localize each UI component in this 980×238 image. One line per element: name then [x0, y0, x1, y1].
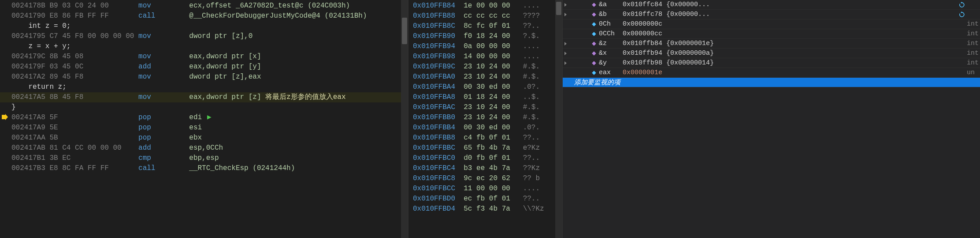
disasm-line[interactable]: 0024179C 8B 45 08 mov eax,dword ptr [x]	[0, 52, 408, 62]
memory-row[interactable]: 0x010FFB8C 8c fc 0f 01 ??..	[408, 21, 562, 31]
watch-row[interactable]: &z0x010ffb84 {0x0000001e}int	[563, 39, 980, 49]
scrollbar-thumb[interactable]	[402, 18, 407, 44]
opcode-bytes: 5E	[49, 124, 138, 132]
watch-row[interactable]: &b0x010ffc78 {0x00000...	[563, 10, 980, 19]
svg-marker-0	[2, 114, 8, 120]
memory-address: 0x010FFBA4	[413, 83, 455, 91]
memory-row[interactable]: 0x010FFB98 14 00 00 00 ....	[408, 52, 562, 62]
memory-row[interactable]: 0x010FFB90 f0 18 24 00 ?.$.	[408, 31, 562, 42]
memory-address: 0x010FFB94	[413, 42, 455, 50]
watch-add-row[interactable]: 添加要监视的项	[563, 78, 980, 87]
watch-value: 0x010ffb84 {0x0000001e}	[623, 40, 967, 47]
operands: eax,dword ptr [x]	[189, 53, 261, 60]
refresh-icon[interactable]	[959, 11, 965, 18]
memory-row[interactable]: 0x010FFBB0 23 10 24 00 #.$.	[408, 113, 562, 123]
address: 002417A2	[11, 73, 49, 81]
watch-row[interactable]: &a0x010ffc84 {0x00000...	[563, 0, 980, 10]
memory-row[interactable]: 0x010FFBBC 65 fb 4b 7a e?Kz	[408, 143, 562, 153]
source-line: }	[11, 103, 16, 111]
memory-row[interactable]: 0x010FFBA4 00 30 ed 00 .0?.	[408, 82, 562, 92]
disasm-scrollbar[interactable]	[401, 0, 408, 238]
disasm-line[interactable]: 002417A2 89 45 F8 mov dword ptr [z],eax	[0, 72, 408, 82]
variable-icon	[591, 50, 597, 57]
watch-row[interactable]: eax0x0000001eun	[563, 68, 980, 78]
mnemonic: pop	[138, 124, 189, 132]
disasm-line[interactable]: return z;	[0, 82, 408, 92]
disasm-line[interactable]: 002417A9 5E pop esi	[0, 123, 408, 133]
memory-row[interactable]: 0x010FFB9C 23 10 24 00 #.$.	[408, 62, 562, 72]
memory-ascii: ????	[514, 12, 540, 20]
source-line: return z;	[11, 83, 67, 91]
expand-toggle[interactable]	[564, 52, 567, 55]
refresh-icon[interactable]	[959, 2, 965, 8]
address: 002417AA	[11, 134, 49, 142]
memory-row[interactable]: 0x010FFB84 1e 00 00 00 ....	[408, 1, 562, 11]
memory-ascii: ..$.	[514, 93, 540, 101]
opcode-bytes: 8B 45 08	[49, 53, 138, 60]
memory-address: 0x010FFB98	[413, 53, 455, 60]
disasm-line[interactable]: 002417B3 E8 8C FA FF FF call __RTC_Check…	[0, 163, 408, 174]
memory-row[interactable]: 0x010FFBC4 b3 ee 4b 7a ??Kz	[408, 163, 562, 174]
memory-row[interactable]: 0x010FFBB8 c4 fb 0f 01 ??..	[408, 133, 562, 143]
memory-address: 0x010FFB9C	[413, 63, 455, 71]
memory-ascii: #.$.	[514, 63, 540, 71]
disasm-line[interactable]: 002417AA 5B pop ebx	[0, 133, 408, 143]
memory-hex: 00 30 ed 00	[455, 83, 514, 91]
memory-ascii: #.$.	[514, 113, 540, 121]
memory-scrollbar[interactable]	[555, 0, 562, 238]
disassembly-panel[interactable]: 0024178B B9 03 C0 24 00 mov ecx,offset _…	[0, 0, 408, 238]
scrollbar-thumb[interactable]	[556, 2, 561, 15]
watch-type: int	[967, 30, 980, 38]
memory-row[interactable]: 0x010FFBA8 01 18 24 00 ..$.	[408, 92, 562, 102]
operands: eax,dword ptr [z]	[189, 93, 261, 101]
disasm-line[interactable]: 002417B1 3B EC cmp ebp,esp	[0, 153, 408, 163]
watch-row[interactable]: &y0x010ffb98 {0x00000014}int	[563, 58, 980, 68]
watch-row[interactable]: 0Ch0x0000000cint	[563, 19, 980, 29]
variable-icon	[591, 60, 597, 66]
expand-toggle[interactable]	[564, 42, 567, 45]
memory-row[interactable]: 0x010FFBA0 23 10 24 00 #.$.	[408, 72, 562, 82]
address: 002417A5	[11, 93, 49, 101]
memory-ascii: ....	[514, 53, 540, 60]
memory-address: 0x010FFB90	[413, 32, 455, 40]
disasm-line[interactable]: 002417A5 8B 45 F8 mov eax,dword ptr [z] …	[0, 92, 408, 102]
disasm-line[interactable]: 00241795 C7 45 F8 00 00 00 00 mov dword …	[0, 31, 408, 42]
memory-row[interactable]: 0x010FFBCC 11 00 00 00 ....	[408, 184, 562, 194]
disasm-line[interactable]: int z = 0;	[0, 21, 408, 31]
opcode-bytes: 8B 45 F8	[49, 93, 138, 101]
watch-row[interactable]: &x0x010ffb94 {0x0000000a}int	[563, 49, 980, 58]
memory-row[interactable]: 0x010FFB94 0a 00 00 00 ....	[408, 42, 562, 52]
disasm-line[interactable]: }	[0, 102, 408, 113]
address: 002417AB	[11, 144, 49, 152]
watch-add-placeholder[interactable]: 添加要监视的项	[564, 78, 980, 87]
memory-panel[interactable]: 0x010FFB84 1e 00 00 00 ....0x010FFB88 cc…	[408, 0, 562, 238]
memory-row[interactable]: 0x010FFBD4 5c f3 4b 7a \\?Kz	[408, 204, 562, 214]
disasm-line[interactable]: 0024178B B9 03 C0 24 00 mov ecx,offset _…	[0, 1, 408, 11]
memory-row[interactable]: 0x010FFBD0 ec fb 0f 01 ??..	[408, 194, 562, 204]
memory-address: 0x010FFBB8	[413, 134, 455, 142]
memory-row[interactable]: 0x010FFBB4 00 30 ed 00 .0?.	[408, 123, 562, 133]
watch-panel[interactable]: &a0x010ffc84 {0x00000...&b0x010ffc78 {0x…	[562, 0, 980, 238]
expand-toggle[interactable]	[564, 3, 567, 7]
watch-row[interactable]: 0CCh0x000000ccint	[563, 29, 980, 39]
disasm-line[interactable]: 002417A8 5F pop edi▶	[0, 113, 408, 123]
memory-hex: 11 00 00 00	[455, 185, 514, 193]
disasm-line[interactable]: 0024179F 03 45 0C add eax,dword ptr [y]	[0, 62, 408, 72]
expand-toggle[interactable]	[564, 61, 567, 65]
memory-row[interactable]: 0x010FFBC0 d0 fb 0f 01 ??..	[408, 153, 562, 163]
memory-row[interactable]: 0x010FFBAC 23 10 24 00 #.$.	[408, 102, 562, 113]
svg-marker-3	[592, 12, 596, 17]
disasm-line[interactable]: z = x + y;	[0, 42, 408, 52]
disasm-line[interactable]: 002417AB 81 C4 CC 00 00 00 add esp,0CCh	[0, 143, 408, 153]
opcode-bytes: 3B EC	[49, 154, 138, 162]
expand-toggle[interactable]	[564, 13, 567, 16]
mnemonic: pop	[138, 134, 189, 142]
run-pointer-icon[interactable]: ▶	[207, 113, 212, 123]
memory-ascii: ??..	[514, 154, 540, 162]
memory-hex: 23 10 24 00	[455, 63, 514, 71]
disasm-line[interactable]: 00241790 E8 86 FB FF FF call @__CheckFor…	[0, 11, 408, 21]
address: 00241795	[11, 32, 49, 40]
variable-icon	[591, 41, 597, 47]
memory-row[interactable]: 0x010FFB88 cc cc cc cc ????	[408, 11, 562, 21]
memory-row[interactable]: 0x010FFBC8 9c ec 20 62 ?? b	[408, 174, 562, 184]
